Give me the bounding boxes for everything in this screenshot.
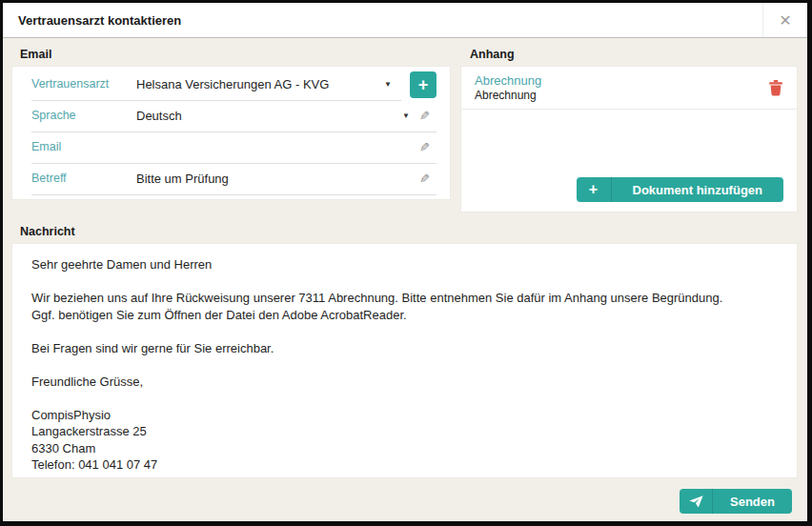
plus-icon: + — [418, 76, 429, 93]
email-field[interactable]: Email ✎ — [31, 132, 436, 164]
sprache-row: Sprache Deutsch ▼ ✎ — [31, 100, 436, 132]
betreff-row: Betreff Bitte um Prüfung ✎ — [31, 163, 436, 194]
vertrauensarzt-value: Helsana Versicherungen AG - KVG — [136, 77, 378, 91]
email-form-card: Vertrauensarzt Helsana Versicherungen AG… — [12, 67, 450, 199]
edit-pencil-icon[interactable]: ✎ — [419, 109, 436, 123]
betreff-field[interactable]: Betreff Bitte um Prüfung ✎ — [31, 163, 436, 195]
attachment-info: Abrechnung Abrechnung — [475, 73, 766, 102]
anhang-card: Abrechnung Abrechnung — [461, 67, 797, 212]
sprache-select[interactable]: Sprache Deutsch ▼ ✎ — [31, 100, 436, 132]
add-document-button[interactable]: + Dokument hinzufügen — [577, 177, 784, 202]
attachment-row: Abrechnung Abrechnung — [461, 67, 797, 110]
paper-plane-icon — [680, 489, 713, 514]
close-icon: ✕ — [779, 11, 791, 30]
dialog-title: Vertrauensarzt kontaktieren — [3, 13, 762, 28]
anhang-empty-space — [461, 110, 797, 177]
betreff-label: Betreff — [31, 172, 136, 185]
top-section: Email Vertrauensarzt Helsana Versicherun… — [12, 44, 797, 212]
send-button-label: Senden — [713, 489, 792, 514]
dialog-body: Email Vertrauensarzt Helsana Versicherun… — [3, 38, 807, 521]
anhang-section-header: Anhang — [470, 48, 797, 61]
anhang-section: Anhang Abrechnung Abrechnung — [461, 44, 797, 212]
delete-attachment-button[interactable] — [766, 79, 785, 96]
send-button[interactable]: Senden — [680, 489, 792, 514]
plus-icon: + — [577, 177, 612, 202]
add-vertrauensarzt-button[interactable]: + — [410, 71, 436, 98]
add-document-label: Dokument hinzufügen — [612, 177, 784, 202]
message-textarea[interactable]: Sehr geehrte Damen und Herren Wir bezieh… — [12, 244, 797, 477]
sprache-value: Deutsch — [136, 109, 396, 123]
attachment-subtitle: Abrechnung — [475, 89, 766, 102]
sprache-label: Sprache — [31, 109, 136, 122]
betreff-value: Bitte um Prüfung — [136, 172, 419, 186]
close-button[interactable]: ✕ — [762, 3, 807, 37]
vertrauensarzt-select[interactable]: Vertrauensarzt Helsana Versicherungen AG… — [31, 69, 401, 101]
email-label: Email — [31, 140, 136, 153]
attachment-link[interactable]: Abrechnung — [475, 73, 766, 88]
nachricht-section-header: Nachricht — [20, 225, 797, 238]
vertrauensarzt-label: Vertrauensarzt — [31, 77, 136, 91]
email-row: Email ✎ — [31, 132, 436, 163]
chevron-down-icon[interactable]: ▼ — [402, 111, 410, 120]
vertrauensarzt-dialog: Vertrauensarzt kontaktieren ✕ Email Vert… — [3, 3, 807, 521]
chevron-down-icon[interactable]: ▼ — [384, 80, 392, 89]
window-frame: Vertrauensarzt kontaktieren ✕ Email Vert… — [0, 0, 812, 526]
edit-pencil-icon[interactable]: ✎ — [419, 140, 436, 154]
vertrauensarzt-row: Vertrauensarzt Helsana Versicherungen AG… — [31, 69, 436, 100]
dialog-footer: Senden — [12, 489, 797, 514]
edit-pencil-icon[interactable]: ✎ — [419, 172, 436, 186]
trash-icon — [768, 79, 783, 96]
email-section: Email Vertrauensarzt Helsana Versicherun… — [12, 44, 450, 212]
dialog-titlebar: Vertrauensarzt kontaktieren ✕ — [3, 3, 807, 38]
email-section-header: Email — [20, 48, 450, 61]
